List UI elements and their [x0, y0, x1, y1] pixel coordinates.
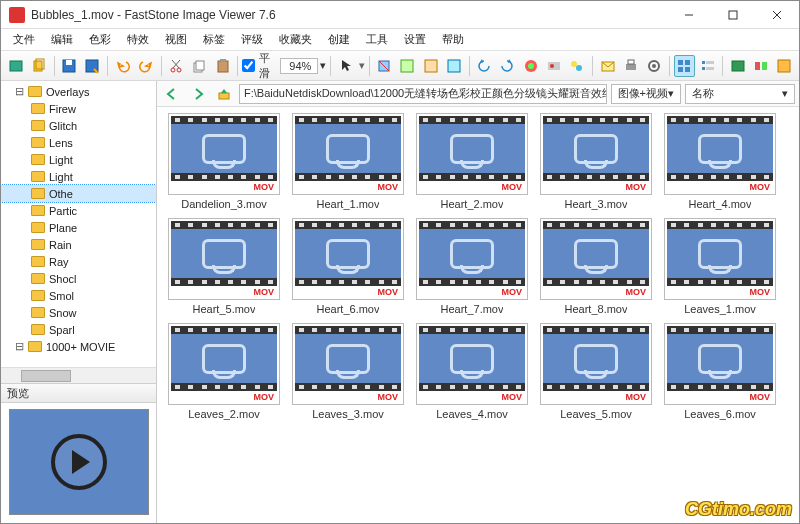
thumbnail-item[interactable]: MOVHeart_1.mov [289, 113, 407, 214]
menu-标签[interactable]: 标签 [195, 30, 233, 49]
tree-scrollbar[interactable] [1, 367, 156, 383]
slideshow-icon[interactable] [727, 55, 748, 77]
thumbnail-item[interactable]: MOVLeaves_2.mov [165, 323, 283, 424]
tree-item[interactable]: Firew [1, 100, 156, 117]
tree-item[interactable]: Partic [1, 202, 156, 219]
thumbnail-item[interactable]: MOVLeaves_4.mov [413, 323, 531, 424]
back-button[interactable] [161, 84, 183, 104]
rotate-right-icon[interactable] [497, 55, 518, 77]
fullscreen-icon[interactable] [774, 55, 795, 77]
compare-icon[interactable] [750, 55, 771, 77]
zoom-value[interactable]: 94% [280, 58, 318, 74]
copy-icon[interactable] [28, 55, 49, 77]
format-badge: MOV [749, 392, 770, 402]
resize-icon[interactable] [397, 55, 418, 77]
paste-icon[interactable] [212, 55, 233, 77]
preview-thumbnail[interactable] [9, 409, 149, 515]
thumbnail-item[interactable]: MOVHeart_6.mov [289, 218, 407, 319]
save-icon[interactable] [59, 55, 80, 77]
zoom-dropdown-icon[interactable]: ▾ [320, 59, 326, 72]
folder-tree[interactable]: ⊟OverlaysFirewGlitchLensLightLightOthePa… [1, 81, 156, 367]
view-thumbnails-icon[interactable] [674, 55, 695, 77]
menu-评级[interactable]: 评级 [233, 30, 271, 49]
menu-文件[interactable]: 文件 [5, 30, 43, 49]
format-badge: MOV [377, 287, 398, 297]
smooth-label: 平滑 [259, 51, 278, 81]
color-icon[interactable] [520, 55, 541, 77]
menu-工具[interactable]: 工具 [358, 30, 396, 49]
menu-创建[interactable]: 创建 [320, 30, 358, 49]
menu-设置[interactable]: 设置 [396, 30, 434, 49]
smooth-checkbox[interactable] [242, 59, 255, 72]
filter-type-dropdown[interactable]: 图像+视频 ▾ [611, 84, 681, 104]
settings-icon[interactable] [643, 55, 664, 77]
tree-item[interactable]: Sparl [1, 321, 156, 338]
tree-item[interactable]: Othe [1, 185, 156, 202]
minimize-button[interactable] [667, 1, 711, 29]
menu-特效[interactable]: 特效 [119, 30, 157, 49]
menu-视图[interactable]: 视图 [157, 30, 195, 49]
sort-dropdown[interactable]: 名称▾ [685, 84, 795, 104]
thumbnail-item[interactable]: MOVHeart_7.mov [413, 218, 531, 319]
tree-item[interactable]: Light [1, 151, 156, 168]
thumbnail-item[interactable]: MOVHeart_4.mov [661, 113, 779, 214]
folder-icon [31, 120, 45, 131]
preview-header: 预览 [1, 383, 156, 403]
acquire-icon[interactable] [5, 55, 26, 77]
thumbnail-item[interactable]: MOVLeaves_6.mov [661, 323, 779, 424]
tree-label: Smol [49, 290, 74, 302]
folder-icon [31, 307, 45, 318]
video-icon [202, 344, 246, 374]
menu-帮助[interactable]: 帮助 [434, 30, 472, 49]
effects-icon[interactable] [567, 55, 588, 77]
forward-button[interactable] [187, 84, 209, 104]
tree-item[interactable]: ⊟Overlays [1, 83, 156, 100]
adjust-icon[interactable] [543, 55, 564, 77]
titlebar: Bubbles_1.mov - FastStone Image Viewer 7… [1, 1, 799, 29]
thumbnail-item[interactable]: MOVHeart_2.mov [413, 113, 531, 214]
up-button[interactable] [213, 84, 235, 104]
draw-icon[interactable] [443, 55, 464, 77]
separator [369, 56, 370, 76]
thumbnail-item[interactable]: MOVLeaves_5.mov [537, 323, 655, 424]
tool-dropdown-icon[interactable]: ▾ [359, 59, 365, 72]
tree-item[interactable]: Glitch [1, 117, 156, 134]
separator [722, 56, 723, 76]
thumbnail-item[interactable]: MOVHeart_3.mov [537, 113, 655, 214]
undo-icon[interactable] [112, 55, 133, 77]
menu-编辑[interactable]: 编辑 [43, 30, 81, 49]
pointer-icon[interactable] [335, 55, 356, 77]
thumbnail-item[interactable]: MOVHeart_8.mov [537, 218, 655, 319]
tree-item[interactable]: Plane [1, 219, 156, 236]
crop-icon[interactable] [374, 55, 395, 77]
tree-item[interactable]: Shocl [1, 270, 156, 287]
menu-色彩[interactable]: 色彩 [81, 30, 119, 49]
tree-item[interactable]: Ray [1, 253, 156, 270]
tree-item[interactable]: Snow [1, 304, 156, 321]
thumbnail-item[interactable]: MOVHeart_5.mov [165, 218, 283, 319]
video-icon [326, 239, 370, 269]
tree-item[interactable]: Light [1, 168, 156, 185]
saveas-icon[interactable] [82, 55, 103, 77]
email-icon[interactable] [597, 55, 618, 77]
canvas-icon[interactable] [420, 55, 441, 77]
tree-item[interactable]: Smol [1, 287, 156, 304]
thumbnail-item[interactable]: MOVDandelion_3.mov [165, 113, 283, 214]
tree-item[interactable]: Rain [1, 236, 156, 253]
path-input[interactable]: F:\BaiduNetdiskDownload\12000无缝转场色彩校正颜色分… [239, 84, 607, 104]
rotate-left-icon[interactable] [474, 55, 495, 77]
maximize-button[interactable] [711, 1, 755, 29]
thumbnail-item[interactable]: MOVLeaves_3.mov [289, 323, 407, 424]
redo-icon[interactable] [135, 55, 156, 77]
print-icon[interactable] [620, 55, 641, 77]
close-button[interactable] [755, 1, 799, 29]
menu-收藏夹[interactable]: 收藏夹 [271, 30, 320, 49]
svg-rect-0 [729, 11, 737, 19]
cut-icon[interactable] [166, 55, 187, 77]
thumbnail-grid[interactable]: MOVDandelion_3.movMOVHeart_1.movMOVHeart… [157, 107, 799, 523]
copy2-icon[interactable] [189, 55, 210, 77]
tree-item[interactable]: Lens [1, 134, 156, 151]
view-list-icon[interactable] [697, 55, 718, 77]
thumbnail-item[interactable]: MOVLeaves_1.mov [661, 218, 779, 319]
tree-item[interactable]: ⊟1000+ MOVIE [1, 338, 156, 355]
